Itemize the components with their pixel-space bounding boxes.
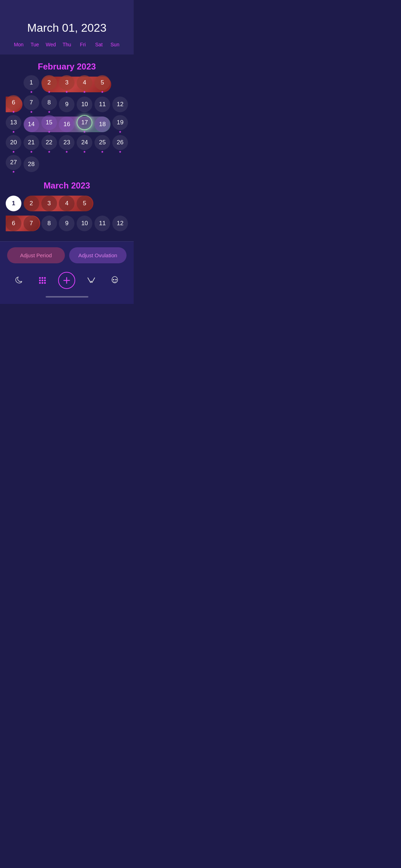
feb-27[interactable]: 27 ★ [5, 155, 22, 174]
svg-point-11 [115, 279, 117, 280]
mar-11[interactable]: 11 [94, 214, 111, 233]
triangle-nav-item[interactable] [83, 273, 99, 288]
star-feb-24: ★ [83, 150, 86, 154]
grid-nav-item[interactable] [35, 273, 50, 288]
home-indicator [46, 296, 88, 298]
star-feb-19: ★ [119, 130, 122, 134]
star-feb-1: ★ [30, 91, 33, 94]
svg-point-7 [42, 282, 43, 284]
weekday-sun: Sun [107, 42, 123, 47]
feb-10[interactable]: 10 [76, 95, 93, 114]
mar-8[interactable]: 8 [41, 214, 58, 233]
feb-4[interactable]: 4 ★ [76, 75, 93, 94]
star-feb-27: ★ [12, 170, 15, 174]
feb-12[interactable]: 12 [112, 95, 129, 114]
mar-10[interactable]: 10 [76, 214, 93, 233]
svg-point-1 [42, 277, 43, 279]
feb-7[interactable]: 7 ★ [23, 95, 40, 114]
feb-2[interactable]: 2 ★ [41, 75, 58, 94]
weekday-thu: Thu [59, 42, 75, 47]
feb-17[interactable]: 17 ★ [76, 115, 93, 134]
svg-point-8 [44, 282, 46, 284]
weekday-wed: Wed [43, 42, 59, 47]
mar-12[interactable]: 12 [112, 214, 129, 233]
calendar-scroll[interactable]: February 2023 1 ★ 2 ★ 3 ★ [0, 55, 134, 241]
march-title: March 2023 [4, 181, 130, 191]
feb-3[interactable]: 3 ★ [58, 75, 76, 94]
feb-9[interactable]: 9 [58, 95, 76, 114]
feb-6[interactable]: 6 ★ [5, 95, 22, 114]
feb-21[interactable]: 21 ★ [23, 135, 40, 154]
action-buttons: Adjust Period Adjust Ovulation [7, 247, 127, 263]
feb-24[interactable]: 24 ★ [76, 135, 93, 154]
feb-row-3: 13 ★ 14 15 ★ 16 17 ★ [4, 115, 130, 134]
star-feb-15: ★ [48, 130, 51, 134]
feb-18[interactable]: 18 [94, 115, 111, 134]
bottom-section: Adjust Period Adjust Ovulation [0, 241, 134, 304]
star-feb-26: ★ [119, 150, 122, 154]
alien-icon [110, 275, 120, 285]
feb-26[interactable]: 26 ★ [112, 135, 129, 154]
weekday-fri: Fri [75, 42, 91, 47]
feb-28[interactable]: 28 [23, 155, 40, 174]
weekday-mon: Mon [11, 42, 27, 47]
feb-15[interactable]: 15 ★ [41, 115, 58, 134]
mar-1[interactable]: 1 [5, 194, 22, 213]
mar-5[interactable]: 5 [76, 194, 93, 213]
adjust-ovulation-button[interactable]: Adjust Ovulation [69, 247, 127, 263]
header: March 01, 2023 MonTueWedThuFriSatSun [0, 0, 134, 55]
mar-row-1: 1 2 3 4 5 [4, 194, 130, 213]
feb-23[interactable]: 23 ★ [58, 135, 76, 154]
mar-7[interactable]: 7 [23, 214, 40, 233]
feb-22[interactable]: 22 ★ [41, 135, 58, 154]
moon-icon [14, 275, 24, 285]
mar-4[interactable]: 4 [58, 194, 76, 213]
mar-6[interactable]: 6 [5, 214, 22, 233]
adjust-period-button[interactable]: Adjust Period [7, 247, 65, 263]
header-date: March 01, 2023 [7, 21, 127, 35]
alien-nav-item[interactable] [107, 273, 123, 288]
star-feb-22: ★ [48, 150, 51, 154]
weekday-tue: Tue [27, 42, 43, 47]
star-feb-21: ★ [30, 150, 33, 154]
star-feb-13: ★ [12, 130, 15, 134]
star-feb-7: ★ [30, 110, 33, 114]
mar-9[interactable]: 9 [58, 214, 76, 233]
feb-25[interactable]: 25 ★ [94, 135, 111, 154]
feb-empty-1 [5, 75, 22, 94]
feb-row-4: 20 ★ 21 ★ 22 ★ 23 ★ [4, 135, 130, 154]
feb-14[interactable]: 14 [23, 115, 40, 134]
march-section: March 2023 1 2 3 4 [4, 181, 130, 233]
feb-1[interactable]: 1 ★ [23, 75, 40, 94]
mar-2[interactable]: 2 [23, 194, 40, 213]
star-feb-4: ★ [83, 91, 86, 94]
feb-8[interactable]: 8 ★ [41, 95, 58, 114]
star-feb-5: ★ [101, 91, 104, 94]
star-feb-6: ★ [12, 110, 15, 114]
feb-row-5: 27 ★ 28 [4, 155, 130, 174]
star-feb-20: ★ [12, 150, 15, 154]
feb-19[interactable]: 19 ★ [112, 115, 129, 134]
february-section: February 2023 1 ★ 2 ★ 3 ★ [4, 62, 130, 174]
feb-16[interactable]: 16 [58, 115, 76, 134]
february-title: February 2023 [4, 62, 130, 72]
feb-20[interactable]: 20 ★ [5, 135, 22, 154]
mar-3[interactable]: 3 [41, 194, 58, 213]
star-feb-25: ★ [101, 150, 104, 154]
svg-point-0 [39, 277, 41, 279]
app-container: March 01, 2023 MonTueWedThuFriSatSun Feb… [0, 0, 134, 304]
svg-point-10 [113, 279, 114, 280]
svg-point-6 [39, 282, 41, 284]
grid-icon [37, 275, 47, 285]
mar-row-2: 6 7 8 9 10 11 [4, 214, 130, 233]
feb-5[interactable]: 5 ★ [94, 75, 111, 94]
svg-point-4 [42, 280, 43, 281]
svg-point-2 [44, 277, 46, 279]
moon-nav-item[interactable] [11, 273, 27, 288]
feb-13[interactable]: 13 ★ [5, 115, 22, 134]
feb-empty-2 [112, 75, 129, 94]
svg-point-5 [44, 280, 46, 281]
feb-11[interactable]: 11 [94, 95, 111, 114]
star-feb-23: ★ [65, 150, 68, 154]
add-nav-item[interactable] [58, 272, 75, 289]
